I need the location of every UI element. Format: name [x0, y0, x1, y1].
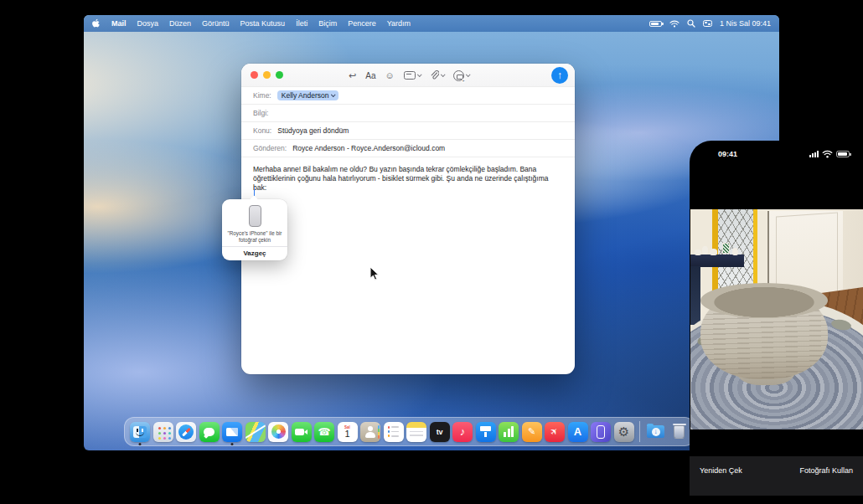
- message-body[interactable]: Merhaba anne! Bil bakalım ne oldu? Bu ya…: [241, 157, 575, 193]
- dock-icon-maps[interactable]: [245, 422, 266, 442]
- dock-icon-photos[interactable]: [268, 422, 288, 442]
- menu-goruntu[interactable]: Görüntü: [202, 19, 230, 28]
- menu-dosya[interactable]: Dosya: [137, 19, 159, 28]
- tv-logo: tv: [437, 428, 442, 436]
- dock-icon-reminders[interactable]: [384, 422, 404, 442]
- screenshot-root: Mail Dosya Düzen Görüntü Posta Kutusu İl…: [0, 0, 863, 504]
- to-label: Kime:: [253, 91, 271, 100]
- dock-icon-music[interactable]: ♪: [452, 422, 473, 442]
- text-format-icon[interactable]: Aa: [365, 71, 375, 80]
- popover-message: "Royce's iPhone" ile bir fotoğraf çekin: [226, 230, 283, 243]
- wifi-icon: [822, 150, 833, 158]
- iphone-continuity-camera: 09:41: [690, 141, 863, 504]
- recipient-token[interactable]: Kelly Anderson: [277, 90, 339, 101]
- menu-yardim[interactable]: Yardım: [387, 19, 411, 28]
- iphone-icon: [249, 205, 261, 227]
- subject-field[interactable]: Konu: Stüdyoya geri döndüm: [241, 122, 575, 140]
- dock-icon-downloads[interactable]: ↓: [646, 422, 666, 442]
- calendar-day: 1: [344, 429, 349, 438]
- wifi-icon[interactable]: [669, 20, 680, 28]
- menu-duzen[interactable]: Düzen: [169, 19, 191, 28]
- photo-shelf: [690, 255, 744, 267]
- dock-icon-safari[interactable]: [176, 422, 196, 442]
- dock-icon-contacts[interactable]: [360, 422, 380, 442]
- battery-icon: [836, 151, 850, 157]
- camera-action-bar: Yeniden Çek Fotoğrafı Kullan: [690, 456, 863, 496]
- search-icon[interactable]: [687, 19, 695, 28]
- minimize-button[interactable]: [263, 71, 271, 79]
- mail-compose-window: ↩ Aa ☺ ↑ Kime: Kelly Anderson: [241, 64, 575, 374]
- from-label: Gönderen:: [253, 144, 287, 152]
- subject-label: Konu:: [253, 126, 271, 135]
- apple-logo-icon[interactable]: [92, 18, 101, 28]
- dock-icon-system-settings[interactable]: ⚙: [614, 422, 634, 442]
- to-field[interactable]: Kime: Kelly Anderson: [241, 87, 575, 105]
- menu-mail[interactable]: Mail: [111, 19, 127, 28]
- attach-icon[interactable]: [430, 70, 444, 80]
- dock-icon-launchpad[interactable]: [153, 422, 173, 442]
- use-photo-button[interactable]: Fotoğrafı Kullan: [799, 466, 853, 475]
- menu-posta-kutusu[interactable]: Posta Kutusu: [240, 19, 286, 28]
- iphone-status-bar: 09:41: [690, 148, 863, 160]
- header-fields-icon[interactable]: [404, 71, 421, 80]
- menu-bar-clock[interactable]: 1 Nis Sal 09:41: [720, 19, 771, 28]
- menu-bar-status: 1 Nis Sal 09:41: [649, 19, 771, 28]
- cancel-button[interactable]: Vazgeç: [222, 246, 287, 260]
- menu-bicim[interactable]: Biçim: [318, 19, 337, 28]
- mac-desktop: Mail Dosya Düzen Görüntü Posta Kutusu İl…: [84, 15, 779, 450]
- zoom-button[interactable]: [276, 71, 283, 79]
- subject-value: Stüdyoya geri döndüm: [277, 126, 349, 135]
- iphone-clock: 09:41: [718, 150, 737, 158]
- dock-icon-messages[interactable]: [199, 422, 220, 442]
- from-field[interactable]: Gönderen: Royce Anderson - Royce.Anderso…: [241, 140, 575, 157]
- send-arrow-icon: ↑: [557, 69, 562, 81]
- dock: ☎ Sal 1 tv ♪ ✎ ✈ A: [124, 417, 695, 446]
- download-arrow-icon: ↓: [652, 428, 660, 436]
- dock-divider: [639, 421, 640, 442]
- dock-icon-phone[interactable]: ☎: [314, 422, 334, 442]
- undo-icon[interactable]: ↩: [349, 70, 356, 81]
- recipient-name: Kelly Anderson: [282, 91, 329, 100]
- dock-icon-calendar[interactable]: Sal 1: [338, 422, 358, 442]
- close-button[interactable]: [251, 71, 258, 79]
- dock-icon-app-store[interactable]: A: [568, 422, 588, 442]
- cc-field[interactable]: Bilgi:: [241, 105, 575, 122]
- from-value: Royce Anderson - Royce.Anderson@icloud.c…: [292, 144, 445, 152]
- emoji-icon[interactable]: ☺: [385, 70, 394, 80]
- dock-icon-trash[interactable]: [669, 422, 689, 442]
- menu-ileti[interactable]: İleti: [296, 19, 307, 28]
- dock-icon-tv[interactable]: tv: [430, 422, 450, 442]
- menu-bar: Mail Dosya Düzen Görüntü Posta Kutusu İl…: [84, 15, 779, 32]
- continuity-camera-popover: "Royce's iPhone" ile bir fotoğraf çekin …: [222, 199, 287, 260]
- cellular-signal-icon: [809, 151, 819, 157]
- retake-button[interactable]: Yeniden Çek: [700, 466, 742, 475]
- mail-titlebar[interactable]: ↩ Aa ☺ ↑: [241, 64, 575, 87]
- cc-label: Bilgi:: [253, 109, 268, 117]
- menu-pencere[interactable]: Pencere: [348, 19, 376, 28]
- dock-icon-keynote[interactable]: [476, 422, 496, 442]
- dock-icon-notes[interactable]: [406, 422, 426, 442]
- rocket-icon: ✈: [548, 425, 561, 439]
- dock-icon-iphone-mirroring[interactable]: [591, 422, 611, 442]
- battery-icon[interactable]: [649, 21, 662, 27]
- dock-icon-numbers[interactable]: [499, 422, 519, 442]
- pottery-photo: [690, 209, 863, 429]
- chevron-down-icon: [331, 92, 336, 97]
- insert-photo-icon[interactable]: [453, 70, 469, 81]
- dock-icon-mail[interactable]: [222, 422, 242, 442]
- send-button[interactable]: ↑: [551, 67, 568, 84]
- window-controls: [251, 71, 283, 79]
- control-center-icon[interactable]: [703, 20, 712, 27]
- app-menus: Mail Dosya Düzen Görüntü Posta Kutusu İl…: [92, 18, 411, 28]
- dock-icon-games[interactable]: ✈: [545, 422, 565, 442]
- mouse-cursor: [369, 266, 379, 281]
- compose-toolbar: ↩ Aa ☺: [349, 64, 469, 87]
- dock-icon-finder[interactable]: [130, 422, 150, 442]
- dock-icon-facetime[interactable]: [292, 422, 312, 442]
- dock-icon-pages[interactable]: ✎: [522, 422, 542, 442]
